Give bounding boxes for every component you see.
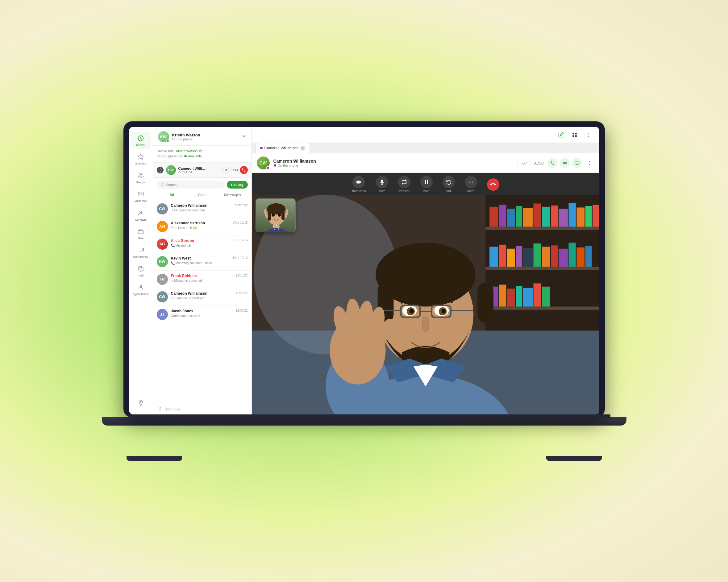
start-video-label: start video (352, 189, 366, 193)
svg-rect-77 (533, 283, 541, 307)
tab-messages[interactable]: Messages (217, 191, 248, 200)
laptop-screen-bezel: Recent Buddies (124, 121, 605, 418)
user-avatar: KW (158, 131, 169, 142)
svg-rect-70 (576, 247, 584, 267)
svg-rect-57 (576, 207, 584, 227)
mute-button[interactable] (376, 176, 388, 188)
user-status: On the phone (172, 137, 200, 141)
hold-control[interactable]: hold (420, 176, 433, 193)
laptop-hinge (129, 415, 610, 418)
svg-rect-67 (551, 245, 558, 267)
svg-rect-53 (542, 207, 550, 227)
more-button[interactable] (465, 176, 477, 188)
edit-button[interactable] (556, 130, 566, 140)
park-icon (137, 265, 145, 273)
contact-item-frank[interactable]: FR Frank Robbins ↗ Missed to voicemail 1… (153, 271, 252, 288)
user-info: Kristin Watson On the phone (172, 133, 200, 141)
search-input[interactable] (166, 183, 220, 187)
call-tab-cameron[interactable]: Cameron Williamson × (256, 143, 310, 153)
svg-rect-61 (499, 245, 506, 267)
contact-item-cameron-1[interactable]: CW Cameron Williamson ↗ Outgoing to voic… (153, 200, 252, 218)
thumbnail-svg (256, 199, 296, 232)
tab-all[interactable]: All (157, 191, 187, 200)
start-video-button[interactable] (353, 176, 365, 188)
more-call-options-button[interactable] (584, 158, 594, 168)
svg-rect-9 (138, 248, 142, 251)
contact-date: Yesterday (234, 203, 248, 207)
call-log-button[interactable]: Call log (227, 181, 248, 189)
mute-control[interactable]: mute (376, 176, 388, 193)
missed-call-icon: 📞 (171, 244, 175, 247)
end-call-control-button[interactable] (487, 178, 499, 191)
collapse-button[interactable] (241, 133, 246, 140)
file-icon: 📄 (171, 296, 175, 300)
sidebar-item-buddies[interactable]: Buddies (131, 150, 151, 167)
contact-date: Mon 12/13 (233, 256, 248, 260)
active-role-value[interactable]: Kristin Watson (176, 149, 198, 153)
contact-date: 12/09/22 (236, 291, 248, 295)
contact-item-jacob[interactable]: JJ Jacob Jones Confirmation code 4... 12… (153, 306, 252, 323)
svg-point-15 (160, 168, 160, 169)
start-video-control[interactable]: start video (352, 176, 366, 193)
active-caller-info: Cameron Williamson On the phone (274, 159, 514, 167)
video-action-button[interactable] (560, 158, 570, 168)
park-control[interactable]: park (443, 176, 455, 193)
svg-rect-66 (542, 246, 550, 267)
sidebar-item-conference[interactable]: Conference (131, 243, 151, 261)
conference-icon (137, 246, 145, 254)
outgoing-icon: ↗ (171, 209, 174, 212)
more-control[interactable]: more (465, 176, 477, 193)
settings-icon[interactable]: ⚙ (199, 149, 202, 153)
contact-status: ↗ Missed to voicemail (171, 279, 233, 282)
park-button[interactable] (443, 176, 455, 188)
screen-share-button[interactable] (572, 158, 582, 168)
contact-item-kevin[interactable]: KW Kevin West 📞 Incoming call 3min 10sec… (153, 253, 252, 271)
sidebar-item-fax[interactable]: Fax (131, 225, 151, 242)
groups-icon (137, 171, 145, 180)
grid-button[interactable] (570, 130, 579, 140)
sidebar-item-agent-roles[interactable]: Agent Roles (131, 281, 151, 298)
controls-bar: start video mute (252, 173, 599, 195)
more-options-button[interactable] (583, 130, 593, 140)
hold-button[interactable] (420, 176, 433, 188)
contact-item-alexander[interactable]: AH Alexander Harrison You: Let's do it 🙌… (153, 218, 252, 235)
sidebar: Recent Buddies (129, 127, 153, 415)
laptop-foot-right (546, 456, 602, 461)
pause-button[interactable]: ⏸ (223, 167, 229, 174)
sidebar-item-groups[interactable]: Groups (131, 169, 151, 186)
call-tab-close-button[interactable]: × (300, 146, 305, 151)
transfer-control[interactable]: transfer (398, 176, 411, 193)
laptop-wrapper: Recent Buddies (102, 121, 626, 461)
contact-item-alice[interactable]: AG Alice Gordon 📞 Missed call Tue 12/14 (153, 235, 252, 253)
contact-item-cameron-2[interactable]: CW Cameron Williamson 📄 Financial Report… (153, 288, 252, 306)
svg-point-28 (274, 164, 276, 167)
end-call-control[interactable] (487, 178, 499, 191)
svg-point-119 (278, 228, 279, 230)
dots-menu-button[interactable] (157, 167, 163, 174)
search-box[interactable] (157, 181, 224, 189)
main-header (252, 127, 599, 143)
svg-rect-62 (507, 249, 515, 267)
active-call-bar: CW Cameron Willi... 27893654 ⏸ 1:30 (153, 163, 252, 178)
group-presence-label: Group presence: (158, 154, 183, 158)
sidebar-item-location[interactable] (131, 397, 151, 409)
sidebar-item-park[interactable]: Park (131, 262, 151, 280)
phone-action-button[interactable] (547, 158, 557, 168)
call-timer-main: 01:30 (534, 161, 544, 165)
search-row: Call log (157, 181, 248, 189)
missed-voicemail-icon: ↗ (171, 279, 174, 282)
svg-rect-60 (490, 246, 498, 267)
sidebar-item-recent[interactable]: Recent (131, 132, 151, 149)
active-call-name: Cameron Willi... (178, 167, 220, 170)
sidebar-item-voicemail[interactable]: Voicemail (131, 188, 151, 205)
sidebar-item-contacts[interactable]: Contacts (131, 207, 151, 224)
end-call-button[interactable] (240, 166, 248, 174)
tab-calls[interactable]: Calls (187, 191, 217, 200)
svg-rect-7 (139, 229, 142, 231)
svg-rect-47 (490, 207, 498, 227)
contact-body: Jacob Jones Confirmation code 4... (171, 309, 233, 318)
transfer-button[interactable] (398, 176, 411, 188)
svg-point-14 (140, 401, 141, 403)
svg-rect-54 (551, 206, 558, 227)
contact-avatar: JJ (157, 309, 168, 320)
